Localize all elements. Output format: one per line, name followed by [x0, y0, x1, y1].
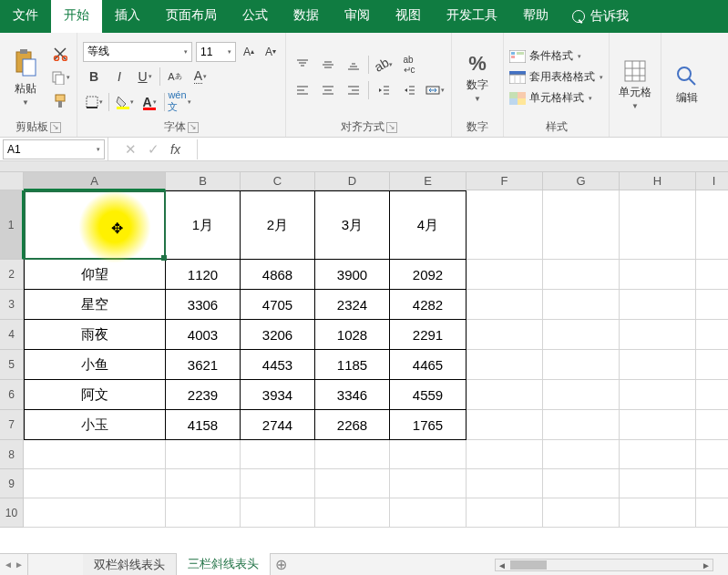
tell-me[interactable]: 告诉我 [561, 0, 640, 33]
font-name-select[interactable]: 等线▾ [83, 42, 192, 62]
cell[interactable] [620, 380, 696, 410]
cell[interactable]: 2744 [241, 410, 315, 440]
cell[interactable] [620, 440, 696, 469]
italic-button[interactable]: I [108, 66, 130, 87]
cell[interactable]: 2092 [390, 260, 467, 290]
tab-file[interactable]: 文件 [0, 0, 51, 33]
row-header-8[interactable]: 8 [0, 440, 24, 469]
cell[interactable]: 2月 [241, 190, 315, 260]
decrease-font-button[interactable]: A▾ [261, 43, 280, 61]
phonetic-button[interactable]: A▾ [190, 66, 211, 87]
cell[interactable] [24, 190, 166, 260]
cell[interactable] [620, 320, 696, 350]
bold-button[interactable]: B [83, 66, 105, 87]
cell[interactable] [696, 190, 728, 260]
cell[interactable] [166, 440, 241, 469]
orientation-button[interactable]: ab▾ [373, 54, 395, 76]
cell[interactable] [620, 260, 696, 290]
cell[interactable] [620, 469, 696, 498]
cell-styles-button[interactable]: 单元格样式▾ [509, 90, 603, 106]
col-header-E[interactable]: E [390, 172, 467, 190]
cell[interactable]: 3月 [315, 190, 390, 260]
cell[interactable] [467, 260, 543, 290]
cell[interactable] [24, 440, 166, 469]
cell[interactable] [241, 498, 315, 528]
cell[interactable] [166, 469, 241, 498]
cell[interactable] [467, 350, 543, 380]
cell[interactable]: 阿文 [24, 380, 166, 410]
cell[interactable]: 3346 [315, 380, 390, 410]
tab-data[interactable]: 数据 [281, 0, 332, 33]
row-header-6[interactable]: 6 [0, 380, 24, 410]
cell[interactable]: 3306 [166, 290, 241, 320]
cell[interactable] [543, 290, 620, 320]
dialog-launcher-icon[interactable]: ↘ [386, 122, 397, 133]
enter-formula-button[interactable]: ✓ [148, 141, 159, 158]
col-header-C[interactable]: C [241, 172, 315, 190]
cell[interactable] [696, 260, 728, 290]
col-header-H[interactable]: H [620, 172, 696, 190]
font-size-select[interactable]: 11▾ [196, 42, 236, 62]
align-bottom-button[interactable] [343, 54, 364, 76]
row-header-10[interactable]: 10 [0, 498, 24, 528]
cell[interactable] [543, 380, 620, 410]
cell[interactable]: 4158 [166, 410, 241, 440]
cell[interactable] [543, 498, 620, 528]
increase-indent-button[interactable] [398, 79, 420, 101]
cell[interactable] [696, 290, 728, 320]
cell[interactable] [620, 350, 696, 380]
increase-font-button[interactable]: A▴ [240, 43, 258, 61]
col-header-D[interactable]: D [315, 172, 390, 190]
format-painter-button[interactable] [49, 90, 71, 112]
font-color-button[interactable]: A▾ [138, 91, 160, 113]
cell[interactable]: 2324 [315, 290, 390, 320]
cell[interactable] [390, 469, 467, 498]
row-header-9[interactable]: 9 [0, 469, 24, 498]
cell[interactable] [24, 498, 166, 528]
cell[interactable] [390, 498, 467, 528]
cell[interactable]: 3934 [241, 380, 315, 410]
pinyin-button[interactable]: wén文▾ [169, 91, 190, 113]
cell[interactable] [620, 410, 696, 440]
row-header-2[interactable]: 2 [0, 260, 24, 290]
tab-view[interactable]: 视图 [383, 0, 434, 33]
sheet-nav[interactable]: ◄► [0, 554, 28, 575]
align-center-button[interactable] [317, 79, 339, 101]
cell[interactable] [467, 440, 543, 469]
cell[interactable]: 3900 [315, 260, 390, 290]
cell[interactable]: 小鱼 [24, 350, 166, 380]
conditional-format-button[interactable]: 条件格式▾ [509, 48, 603, 64]
col-header-G[interactable]: G [543, 172, 620, 190]
cell[interactable] [620, 498, 696, 528]
cell[interactable] [241, 469, 315, 498]
decrease-indent-button[interactable] [373, 79, 395, 101]
cancel-formula-button[interactable]: ✕ [125, 141, 137, 158]
cell[interactable] [696, 380, 728, 410]
editing-button[interactable]: 编辑 [667, 36, 707, 133]
name-box[interactable]: A1▾ [3, 139, 105, 159]
cell[interactable] [696, 440, 728, 469]
cell[interactable]: 4003 [166, 320, 241, 350]
tab-insert[interactable]: 插入 [102, 0, 153, 33]
cell[interactable] [543, 350, 620, 380]
dialog-launcher-icon[interactable]: ↘ [50, 122, 61, 133]
cell[interactable] [24, 469, 166, 498]
cell[interactable] [543, 320, 620, 350]
formula-bar[interactable] [197, 139, 728, 159]
cell[interactable]: 1185 [315, 350, 390, 380]
tab-help[interactable]: 帮助 [510, 0, 561, 33]
cell[interactable]: 4月 [390, 190, 467, 260]
cell[interactable] [696, 498, 728, 528]
cell[interactable]: 4705 [241, 290, 315, 320]
cell[interactable]: 2291 [390, 320, 467, 350]
dialog-launcher-icon[interactable]: ↘ [188, 122, 199, 133]
cell[interactable] [543, 260, 620, 290]
cell[interactable] [696, 410, 728, 440]
cell[interactable] [315, 469, 390, 498]
add-sheet-button[interactable]: ⊕ [271, 554, 292, 576]
row-header-4[interactable]: 4 [0, 320, 24, 350]
cell[interactable]: 3621 [166, 350, 241, 380]
cell[interactable] [543, 469, 620, 498]
cell[interactable]: 1765 [390, 410, 467, 440]
row-header-5[interactable]: 5 [0, 350, 24, 380]
